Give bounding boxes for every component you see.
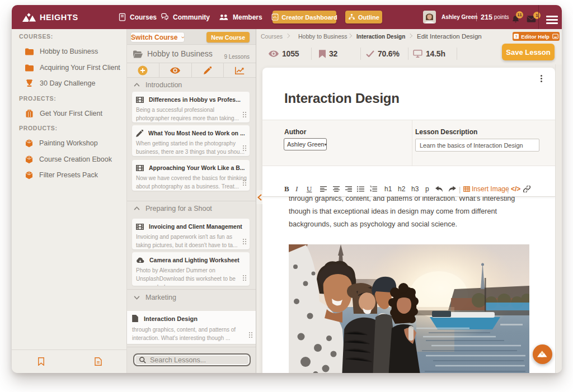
- svg-text:?: ?: [515, 35, 518, 39]
